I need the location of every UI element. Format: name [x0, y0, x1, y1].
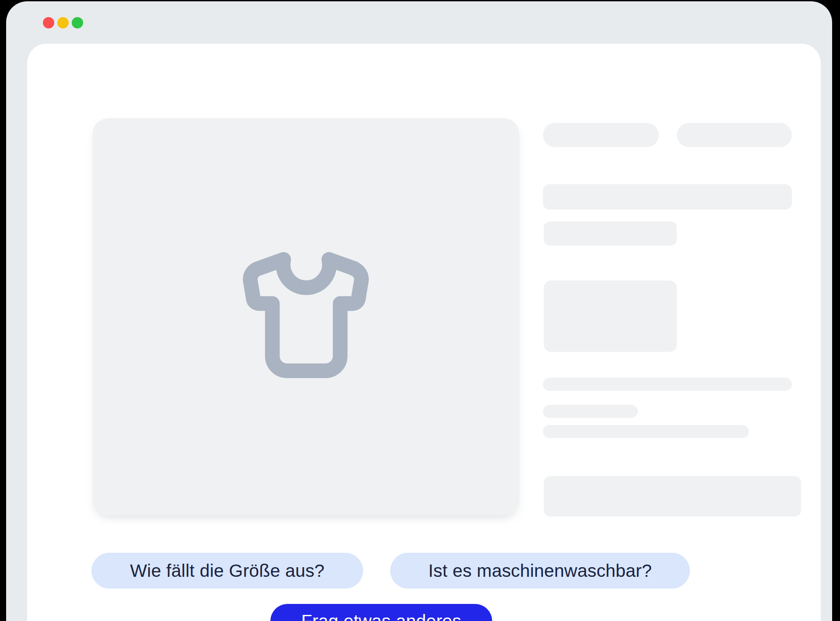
- ask-something-else-button[interactable]: Frag etwas anderes: [270, 604, 492, 621]
- window-controls: [43, 17, 83, 28]
- zoom-window-button[interactable]: [72, 17, 83, 28]
- skeleton-line-long: [543, 184, 792, 210]
- skeleton-block-large: [544, 281, 677, 352]
- suggested-question-size-chip[interactable]: Wie fällt die Größe aus?: [91, 553, 363, 589]
- t-shirt-icon: [238, 245, 374, 389]
- skeleton-text-line-1: [543, 378, 792, 391]
- close-window-button[interactable]: [43, 17, 54, 28]
- suggested-question-washable-chip[interactable]: Ist es maschinenwaschbar?: [390, 553, 690, 589]
- skeleton-title-pill-2: [677, 123, 792, 147]
- screen: Wie fällt die Größe aus? Ist es maschine…: [0, 0, 840, 621]
- skeleton-text-line-2: [543, 405, 638, 418]
- page-content: Wie fällt die Größe aus? Ist es maschine…: [27, 44, 821, 621]
- skeleton-title-pill-1: [543, 123, 659, 147]
- skeleton-line-short: [544, 221, 677, 246]
- browser-window: Wie fällt die Größe aus? Ist es maschine…: [6, 1, 832, 621]
- minimize-window-button[interactable]: [57, 17, 69, 28]
- skeleton-text-line-3: [543, 425, 749, 438]
- product-image-placeholder: [93, 118, 519, 516]
- skeleton-block-bottom: [544, 476, 801, 516]
